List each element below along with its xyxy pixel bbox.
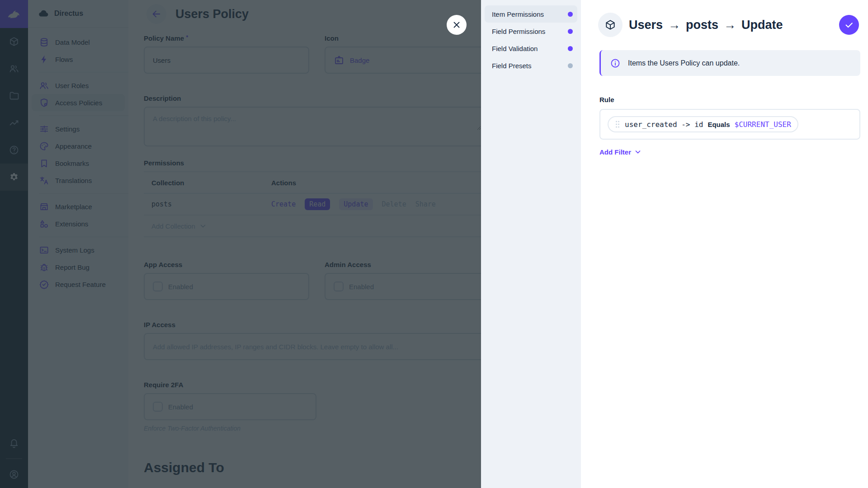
permissions-drawer: Users → posts → Update Items the Users P… bbox=[581, 0, 868, 488]
drawer-title: Users → posts → Update bbox=[629, 18, 783, 32]
status-dot bbox=[568, 29, 573, 34]
filter-field-path[interactable]: user_created -> id bbox=[625, 120, 703, 129]
check-icon bbox=[844, 20, 854, 30]
tab-label: Item Permissions bbox=[492, 10, 568, 18]
add-filter-button[interactable]: Add Filter bbox=[599, 148, 642, 156]
notice-text: Items the Users Policy can update. bbox=[628, 59, 740, 67]
drawer-header: Users → posts → Update bbox=[581, 0, 868, 37]
rule-box: user_created -> id Equals $CURRENT_USER bbox=[599, 109, 860, 140]
filter-rule[interactable]: user_created -> id Equals $CURRENT_USER bbox=[608, 116, 798, 132]
close-icon bbox=[452, 20, 462, 30]
drawer-icon-circle bbox=[598, 13, 623, 37]
status-dot bbox=[568, 46, 573, 51]
box-cube-icon bbox=[604, 19, 616, 31]
title-separator: → bbox=[724, 18, 736, 32]
drawer-tab-panel: Item Permissions Field Permissions Field… bbox=[481, 0, 581, 488]
close-drawer-button[interactable] bbox=[447, 15, 467, 35]
tab-label: Field Presets bbox=[492, 62, 568, 70]
status-dot bbox=[568, 63, 573, 68]
drag-handle-icon[interactable] bbox=[615, 120, 620, 129]
rule-label: Rule bbox=[599, 96, 868, 103]
tab-label: Field Validation bbox=[492, 45, 568, 52]
info-notice: Items the Users Policy can update. bbox=[599, 50, 860, 76]
filter-value[interactable]: $CURRENT_USER bbox=[735, 120, 791, 129]
title-collection: posts bbox=[686, 18, 718, 32]
info-icon bbox=[610, 58, 621, 69]
tab-field-validation[interactable]: Field Validation bbox=[485, 40, 577, 57]
save-button[interactable] bbox=[839, 15, 859, 35]
title-action: Update bbox=[741, 18, 783, 32]
tab-field-presets[interactable]: Field Presets bbox=[485, 57, 577, 74]
directus-app: Directus Data Model Flows User Roles Acc… bbox=[0, 0, 868, 488]
title-separator: → bbox=[668, 18, 680, 32]
filter-operator[interactable]: Equals bbox=[708, 121, 730, 128]
chevron-down-icon bbox=[634, 148, 642, 156]
status-dot bbox=[568, 12, 573, 17]
tab-item-permissions[interactable]: Item Permissions bbox=[485, 5, 577, 23]
tab-field-permissions[interactable]: Field Permissions bbox=[485, 23, 577, 40]
title-policy: Users bbox=[629, 18, 663, 32]
tab-label: Field Permissions bbox=[492, 28, 568, 35]
